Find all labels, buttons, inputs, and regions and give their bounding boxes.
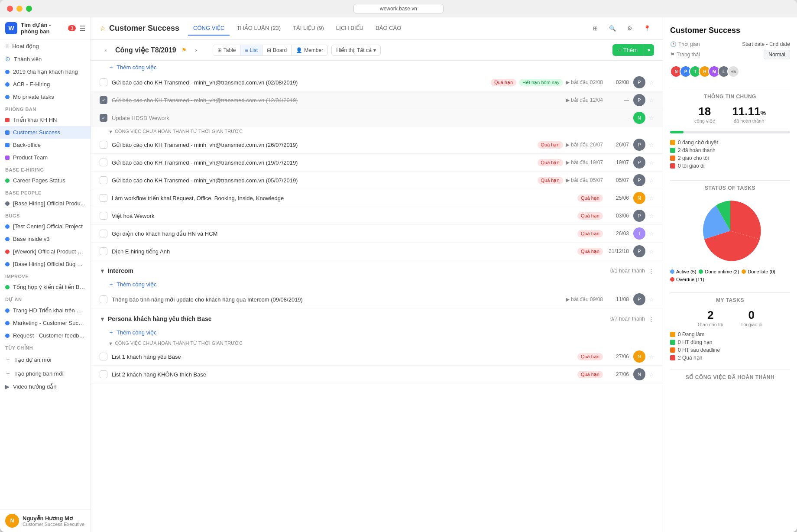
task-start: ▶ bắt đầu 09/08: [566, 296, 603, 302]
menu-icon[interactable]: ☰: [79, 24, 85, 32]
tab-tai-lieu[interactable]: TÀI LIỆU (9): [288, 21, 329, 36]
member-view-btn[interactable]: 👤 Member: [292, 45, 327, 55]
task-tag: Quá hạn: [577, 371, 603, 378]
sidebar-item-tong-hop[interactable]: Tổng hợp ý kiến cải tiến Ba...: [0, 281, 91, 293]
task-checkbox[interactable]: ✓: [100, 114, 107, 122]
sidebar-item-trien-khai[interactable]: Triển khai KH HN: [0, 114, 91, 126]
prev-button[interactable]: ‹: [100, 44, 112, 56]
status-badge[interactable]: Normal: [764, 50, 790, 59]
tab-lich-bieu[interactable]: LỊCH BIỂU: [331, 21, 369, 36]
star-icon[interactable]: ☆: [649, 195, 654, 201]
divider: [670, 370, 790, 370]
grid-icon[interactable]: ⊞: [588, 22, 602, 36]
sidebar-item-marketing[interactable]: Marketing - Customer Succ...: [0, 317, 91, 329]
star-icon[interactable]: ☆: [649, 354, 654, 360]
add-task-row-main[interactable]: ＋ Thêm công việc: [91, 61, 663, 74]
rp-title: Customer Success: [670, 26, 790, 35]
task-checkbox[interactable]: [100, 247, 107, 255]
minimize-button[interactable]: [16, 6, 23, 12]
sidebar-item-2019[interactable]: 2019 Gia hạn khách hàng: [0, 65, 91, 78]
sidebar-item-mo[interactable]: Mo private tasks: [0, 91, 91, 103]
star-icon[interactable]: ☆: [649, 296, 654, 303]
flag-icon[interactable]: ⚑: [181, 47, 187, 53]
add-dropdown-button[interactable]: ▾: [644, 44, 654, 56]
tab-cong-viec[interactable]: CÔNG VIỆC: [188, 21, 230, 36]
nav-right: ⊞ 🔍 ⚙ 📍: [588, 22, 654, 36]
sidebar-item-wework-official[interactable]: [Wework] Official Product D...: [0, 245, 91, 258]
task-checkbox[interactable]: ✓: [100, 96, 107, 104]
task-date: 27/06: [607, 371, 629, 377]
sidebar-item-thanh-vien[interactable]: ⊙ Thành viên: [0, 52, 91, 65]
tab-thao-luan[interactable]: THẢO LUẬN (23): [231, 21, 286, 36]
section-toggle[interactable]: ▼: [100, 268, 105, 274]
maximize-button[interactable]: [26, 6, 32, 12]
add-task-row-persona[interactable]: ＋ Thêm công việc: [91, 326, 663, 339]
sidebar-item-hoat-dong[interactable]: ≡ Hoạt động: [0, 39, 91, 52]
sidebar-item-video[interactable]: ▶ Video hướng dẫn: [0, 380, 91, 393]
table-view-btn[interactable]: ⊞ Table: [213, 45, 241, 55]
task-checkbox[interactable]: [100, 194, 107, 202]
sidebar-item-trang-hd[interactable]: Trang HD Triển khai trên W...: [0, 304, 91, 317]
task-checkbox[interactable]: [100, 353, 107, 360]
sidebar-item-label: Customer Success: [13, 129, 60, 136]
sidebar-item-product-team[interactable]: Product Team: [0, 151, 91, 164]
search-icon[interactable]: 🔍: [606, 22, 619, 36]
star-icon[interactable]: ☆: [649, 177, 654, 184]
task-checkbox[interactable]: [100, 230, 107, 237]
sidebar-item-label: [Base Hiring] Official Bug H...: [13, 261, 85, 267]
sidebar-item-base-inside[interactable]: Base inside v3: [0, 233, 91, 245]
list-view-btn[interactable]: ≡ List: [240, 45, 262, 55]
star-icon[interactable]: ☆: [649, 115, 654, 121]
task-tag-today: Hết hạn hôm nay: [519, 79, 563, 86]
star-icon[interactable]: ☆: [649, 142, 654, 148]
task-checkbox[interactable]: [100, 212, 107, 220]
filter-button[interactable]: Hiển thị: Tất cả ▾: [331, 45, 381, 56]
next-button[interactable]: ›: [190, 44, 202, 56]
task-checkbox[interactable]: [100, 159, 107, 166]
location-icon[interactable]: 📍: [640, 22, 654, 36]
star-icon[interactable]: ☆: [649, 79, 654, 86]
task-checkbox[interactable]: [100, 370, 107, 378]
url-bar[interactable]: wework.base.vn: [353, 4, 444, 13]
close-button[interactable]: [7, 6, 13, 12]
sidebar-item-acb[interactable]: ACB - E-Hiring: [0, 78, 91, 91]
star-icon[interactable]: ☆: [649, 97, 654, 104]
star-icon[interactable]: ☆: [649, 371, 654, 378]
user-name: Nguyễn Hương Mơ: [23, 515, 85, 522]
board-view-btn[interactable]: ⊟ Board: [262, 45, 292, 55]
rp-progress: [670, 131, 790, 133]
sidebar-item-request[interactable]: Request - Customer feedba...: [0, 329, 91, 342]
sidebar-item-career-pages[interactable]: Career Pages Status: [0, 174, 91, 187]
star-icon[interactable]: ☆: [649, 213, 654, 219]
sidebar-item-customer-success[interactable]: Customer Success: [0, 126, 91, 139]
star-icon[interactable]: ☆: [100, 24, 106, 32]
more-icon[interactable]: ⋮: [648, 316, 654, 322]
sidebar-item-base-hiring-bug[interactable]: [Base Hiring] Official Bug H...: [0, 258, 91, 270]
star-icon[interactable]: ☆: [649, 248, 654, 255]
legend-dot: [670, 277, 674, 282]
table-row: Gửi báo cáo cho KH Transmed - minh_vh@tr…: [91, 154, 663, 172]
tab-bao-cao[interactable]: BÁO CÁO: [370, 21, 406, 36]
add-button[interactable]: + Thêm: [612, 44, 644, 56]
more-icon[interactable]: ⋮: [648, 268, 654, 274]
star-icon[interactable]: ☆: [649, 159, 654, 166]
incomplete-toggle[interactable]: ▼ CÔNG VIỆC CHƯA HOÀN THÀNH TỪ THỜI GIAN…: [108, 341, 243, 346]
task-checkbox[interactable]: [100, 295, 107, 303]
add-task-row-intercom[interactable]: ＋ Thêm công việc: [91, 278, 663, 291]
settings-icon[interactable]: ⚙: [623, 22, 637, 36]
legend-label: 0 HT đúng hạn: [678, 339, 713, 345]
sidebar-item-base-hiring[interactable]: [Base Hiring] Official Produ...: [0, 197, 91, 210]
incomplete-toggle[interactable]: ▼ CÔNG VIỆC CHƯA HOÀN THÀNH TỪ THỜI GIAN…: [108, 129, 243, 134]
task-checkbox[interactable]: [100, 176, 107, 184]
task-checkbox[interactable]: [100, 78, 107, 86]
sidebar-item-tao-du-an[interactable]: ＋ Tạo dự án mới: [0, 353, 91, 367]
star-icon[interactable]: ☆: [649, 230, 654, 237]
legend-item: Active (5): [670, 269, 696, 274]
sidebar-item-back-office[interactable]: Back-office: [0, 139, 91, 151]
sidebar-item-tao-phong-ban[interactable]: ＋ Tạo phòng ban mới: [0, 367, 91, 380]
sidebar-item-test-center[interactable]: [Test Center] Official Project: [0, 220, 91, 233]
sidebar-search[interactable]: Tìm dự án - phòng ban: [21, 22, 65, 35]
section-toggle[interactable]: ▼: [100, 316, 105, 322]
toolbar-left: ‹ Công việc T8/2019 ⚑ ›: [100, 44, 202, 56]
task-checkbox[interactable]: [100, 141, 107, 149]
